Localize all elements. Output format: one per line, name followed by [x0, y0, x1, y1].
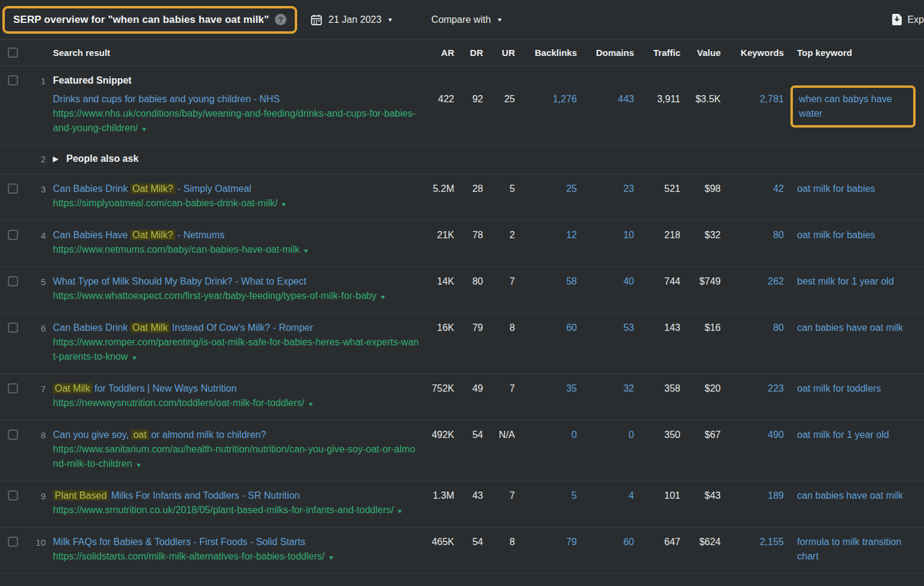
domains-link[interactable]: 443 [577, 73, 634, 106]
value-value: $98 [680, 182, 721, 196]
backlinks-link[interactable]: 79 [515, 535, 577, 549]
dr-value: 49 [454, 381, 483, 396]
chevron-down-icon: ▼ [496, 17, 503, 23]
ar-value: 14K [420, 274, 454, 289]
row-number: 10 [31, 535, 46, 550]
backlinks-link[interactable]: 0 [515, 428, 577, 442]
url-dropdown-caret-icon[interactable]: ▼ [135, 458, 141, 472]
result-title-link[interactable]: Can Babies Drink Oat Milk Instead Of Cow… [53, 321, 420, 335]
result-url-link[interactable]: https://simplyoatmeal.com/can-babies-dri… [53, 196, 420, 212]
backlinks-link[interactable]: 58 [515, 274, 577, 289]
row-checkbox[interactable] [8, 276, 18, 286]
domains-link[interactable]: 40 [577, 274, 634, 289]
result-url-link[interactable]: https://www.srnutrition.co.uk/2018/05/pl… [53, 503, 420, 519]
table-row-people-also-ask[interactable]: 2 ▶ People also ask [0, 146, 924, 174]
result-url-link[interactable]: https://www.nhs.uk/conditions/baby/weani… [53, 106, 420, 137]
date-label: 21 Jan 2023 [328, 14, 381, 25]
row-checkbox[interactable] [8, 490, 18, 501]
top-keyword-link[interactable]: oat milk for babies [797, 228, 924, 242]
result-title-link[interactable]: Can you give soy, oat or almond milk to … [53, 428, 420, 442]
top-keyword-link[interactable]: oat milk for 1 year old [797, 428, 924, 442]
keywords-link[interactable]: 2,781 [721, 73, 784, 106]
column-header-ur: UR [483, 48, 515, 58]
backlinks-link[interactable]: 35 [515, 381, 577, 396]
result-title-link[interactable]: Drinks and cups for babies and young chi… [53, 92, 420, 106]
select-all-checkbox[interactable] [8, 48, 18, 58]
domains-link[interactable]: 23 [577, 182, 634, 196]
row-checkbox[interactable] [8, 383, 18, 393]
domains-link[interactable]: 32 [577, 381, 634, 396]
row-checkbox[interactable] [8, 184, 18, 194]
url-dropdown-caret-icon[interactable]: ▼ [280, 197, 287, 212]
url-dropdown-caret-icon[interactable]: ▼ [396, 504, 403, 519]
table-header-row: Search result AR DR UR Backlinks Domains… [0, 40, 924, 66]
keywords-link[interactable]: 80 [721, 321, 784, 335]
top-keyword-link[interactable]: can babies have oat milk [797, 489, 924, 503]
top-keyword-link[interactable]: best milk for 1 year old [797, 274, 924, 289]
date-selector[interactable]: 21 Jan 2023 ▼ [310, 14, 393, 26]
domains-link[interactable]: 53 [577, 321, 634, 335]
table-row: 8 Can you give soy, oat or almond milk t… [0, 421, 924, 481]
keywords-link[interactable]: 189 [721, 489, 784, 503]
ur-value: 7 [483, 381, 515, 396]
keywords-link[interactable]: 2,155 [721, 535, 784, 549]
row-checkbox[interactable] [8, 75, 18, 85]
keywords-link[interactable]: 490 [721, 428, 784, 442]
keywords-link[interactable]: 80 [721, 228, 784, 242]
domains-link[interactable]: 0 [577, 428, 634, 442]
url-dropdown-caret-icon[interactable]: ▼ [328, 551, 334, 565]
result-url-link[interactable]: https://www.whattoexpect.com/first-year/… [53, 289, 420, 304]
keywords-link[interactable]: 223 [721, 381, 784, 396]
dr-value: 79 [454, 321, 483, 335]
row-checkbox[interactable] [8, 230, 18, 240]
url-dropdown-caret-icon[interactable]: ▼ [131, 351, 137, 365]
result-title-link[interactable]: Can Babies Drink Oat Milk? - Simply Oatm… [53, 182, 420, 196]
expand-arrow-icon[interactable]: ▶ [53, 152, 58, 166]
url-dropdown-caret-icon[interactable]: ▼ [303, 244, 309, 258]
result-url-link[interactable]: https://solidstarts.com/milk-milk-altern… [53, 549, 420, 565]
row-checkbox[interactable] [8, 430, 18, 440]
url-dropdown-caret-icon[interactable]: ▼ [380, 290, 386, 304]
backlinks-link[interactable]: 1,276 [515, 73, 577, 106]
keywords-link[interactable]: 42 [721, 182, 784, 196]
backlinks-link[interactable]: 60 [515, 321, 577, 335]
file-download-icon [892, 14, 902, 25]
column-header-value: Value [680, 48, 721, 58]
backlinks-link[interactable]: 25 [515, 182, 577, 196]
highlighted-keyword: oat [131, 430, 148, 440]
export-button[interactable]: Exp [892, 14, 924, 25]
keywords-link[interactable]: 262 [721, 274, 784, 289]
row-checkbox[interactable] [8, 322, 18, 333]
result-url-link[interactable]: https://www.sanitarium.com/au/health-nut… [53, 442, 420, 472]
row-checkbox[interactable] [8, 537, 18, 547]
table-row: 4 Can Babies Have Oat Milk? - Netmums ht… [0, 221, 924, 267]
top-keyword-link[interactable]: oat milk for babies [797, 182, 924, 196]
domains-link[interactable]: 60 [577, 535, 634, 549]
result-title-link[interactable]: Plant Based Milks For Infants and Toddle… [53, 489, 420, 503]
domains-link[interactable]: 4 [577, 489, 634, 503]
url-dropdown-caret-icon[interactable]: ▼ [141, 122, 147, 137]
compare-with-button[interactable]: Compare with ▼ [431, 14, 502, 25]
result-url-link[interactable]: https://www.netmums.com/baby/can-babies-… [53, 242, 420, 258]
table-row: 10 Milk FAQs for Babies & Toddlers - Fir… [0, 528, 924, 574]
backlinks-link[interactable]: 5 [515, 489, 577, 503]
table-row: 7 Oat Milk for Toddlers | New Ways Nutri… [0, 374, 924, 421]
top-keyword-link[interactable]: can babies have oat milk [797, 321, 924, 335]
result-url-link[interactable]: https://www.romper.com/parenting/is-oat-… [53, 335, 420, 365]
result-title-link[interactable]: Oat Milk for Toddlers | New Ways Nutriti… [53, 381, 420, 396]
result-title-link[interactable]: Can Babies Have Oat Milk? - Netmums [53, 228, 420, 242]
domains-link[interactable]: 10 [577, 228, 634, 242]
top-keyword-link[interactable]: formula to milk transition chart [797, 535, 924, 564]
ur-value: 7 [483, 274, 515, 289]
result-title-link[interactable]: What Type of Milk Should My Baby Drink? … [53, 274, 420, 289]
top-keyword-link annotation-box-top-keyword[interactable]: when can babys have water [790, 85, 916, 128]
result-url-link[interactable]: https://newwaysnutrition.com/toddlers/oa… [53, 396, 420, 412]
result-title-link[interactable]: Milk FAQs for Babies & Toddlers - First … [53, 535, 420, 549]
top-keyword-link[interactable]: oat milk for toddlers [797, 381, 924, 396]
backlinks-link[interactable]: 12 [515, 228, 577, 242]
url-dropdown-caret-icon[interactable]: ▼ [307, 397, 314, 412]
help-icon[interactable]: ? [275, 14, 286, 25]
value-value: $32 [680, 228, 721, 242]
row-number: 7 [31, 381, 46, 396]
traffic-value: 3,911 [634, 73, 680, 106]
